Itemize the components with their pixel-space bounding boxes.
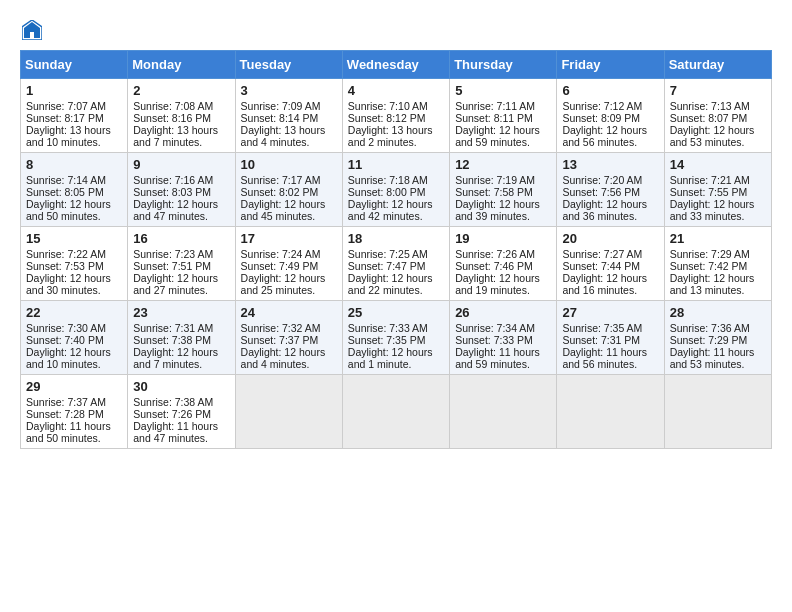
daylight-text: Daylight: 13 hours and 4 minutes. [241,124,326,148]
sunrise-text: Sunrise: 7:27 AM [562,248,642,260]
sunset-text: Sunset: 7:38 PM [133,334,211,346]
day-number: 8 [26,157,122,172]
weekday-header-tuesday: Tuesday [235,51,342,79]
sunrise-text: Sunrise: 7:32 AM [241,322,321,334]
weekday-header-monday: Monday [128,51,235,79]
day-number: 27 [562,305,658,320]
calendar-cell: 10Sunrise: 7:17 AMSunset: 8:02 PMDayligh… [235,153,342,227]
calendar-cell: 7Sunrise: 7:13 AMSunset: 8:07 PMDaylight… [664,79,771,153]
sunset-text: Sunset: 7:31 PM [562,334,640,346]
calendar-row-4: 22Sunrise: 7:30 AMSunset: 7:40 PMDayligh… [21,301,772,375]
sunset-text: Sunset: 7:35 PM [348,334,426,346]
weekday-header-friday: Friday [557,51,664,79]
calendar-cell [342,375,449,449]
sunset-text: Sunset: 7:49 PM [241,260,319,272]
weekday-header-sunday: Sunday [21,51,128,79]
calendar-cell: 1Sunrise: 7:07 AMSunset: 8:17 PMDaylight… [21,79,128,153]
calendar-cell: 29Sunrise: 7:37 AMSunset: 7:28 PMDayligh… [21,375,128,449]
sunrise-text: Sunrise: 7:24 AM [241,248,321,260]
sunset-text: Sunset: 8:03 PM [133,186,211,198]
calendar-cell: 5Sunrise: 7:11 AMSunset: 8:11 PMDaylight… [450,79,557,153]
day-number: 16 [133,231,229,246]
day-number: 10 [241,157,337,172]
sunrise-text: Sunrise: 7:23 AM [133,248,213,260]
calendar-cell: 2Sunrise: 7:08 AMSunset: 8:16 PMDaylight… [128,79,235,153]
sunrise-text: Sunrise: 7:19 AM [455,174,535,186]
daylight-text: Daylight: 12 hours and 30 minutes. [26,272,111,296]
daylight-text: Daylight: 12 hours and 22 minutes. [348,272,433,296]
daylight-text: Daylight: 12 hours and 45 minutes. [241,198,326,222]
day-number: 11 [348,157,444,172]
daylight-text: Daylight: 11 hours and 56 minutes. [562,346,647,370]
calendar-row-1: 1Sunrise: 7:07 AMSunset: 8:17 PMDaylight… [21,79,772,153]
sunset-text: Sunset: 7:26 PM [133,408,211,420]
calendar-row-5: 29Sunrise: 7:37 AMSunset: 7:28 PMDayligh… [21,375,772,449]
daylight-text: Daylight: 12 hours and 50 minutes. [26,198,111,222]
sunrise-text: Sunrise: 7:09 AM [241,100,321,112]
day-number: 20 [562,231,658,246]
sunset-text: Sunset: 7:58 PM [455,186,533,198]
day-number: 28 [670,305,766,320]
sunrise-text: Sunrise: 7:20 AM [562,174,642,186]
daylight-text: Daylight: 13 hours and 10 minutes. [26,124,111,148]
calendar-table: SundayMondayTuesdayWednesdayThursdayFrid… [20,50,772,449]
sunset-text: Sunset: 7:55 PM [670,186,748,198]
calendar-cell: 22Sunrise: 7:30 AMSunset: 7:40 PMDayligh… [21,301,128,375]
calendar-cell: 9Sunrise: 7:16 AMSunset: 8:03 PMDaylight… [128,153,235,227]
daylight-text: Daylight: 12 hours and 39 minutes. [455,198,540,222]
sunset-text: Sunset: 7:44 PM [562,260,640,272]
daylight-text: Daylight: 12 hours and 36 minutes. [562,198,647,222]
logo [20,20,42,40]
sunset-text: Sunset: 8:07 PM [670,112,748,124]
daylight-text: Daylight: 12 hours and 56 minutes. [562,124,647,148]
sunset-text: Sunset: 7:33 PM [455,334,533,346]
daylight-text: Daylight: 12 hours and 33 minutes. [670,198,755,222]
calendar-cell: 3Sunrise: 7:09 AMSunset: 8:14 PMDaylight… [235,79,342,153]
sunset-text: Sunset: 7:51 PM [133,260,211,272]
sunrise-text: Sunrise: 7:16 AM [133,174,213,186]
day-number: 7 [670,83,766,98]
calendar-cell: 23Sunrise: 7:31 AMSunset: 7:38 PMDayligh… [128,301,235,375]
sunset-text: Sunset: 7:29 PM [670,334,748,346]
sunset-text: Sunset: 7:46 PM [455,260,533,272]
calendar-cell: 11Sunrise: 7:18 AMSunset: 8:00 PMDayligh… [342,153,449,227]
day-number: 4 [348,83,444,98]
daylight-text: Daylight: 11 hours and 59 minutes. [455,346,540,370]
daylight-text: Daylight: 12 hours and 42 minutes. [348,198,433,222]
day-number: 24 [241,305,337,320]
daylight-text: Daylight: 12 hours and 59 minutes. [455,124,540,148]
calendar-cell: 12Sunrise: 7:19 AMSunset: 7:58 PMDayligh… [450,153,557,227]
daylight-text: Daylight: 12 hours and 7 minutes. [133,346,218,370]
sunrise-text: Sunrise: 7:31 AM [133,322,213,334]
sunrise-text: Sunrise: 7:17 AM [241,174,321,186]
day-number: 19 [455,231,551,246]
calendar-cell: 27Sunrise: 7:35 AMSunset: 7:31 PMDayligh… [557,301,664,375]
sunrise-text: Sunrise: 7:14 AM [26,174,106,186]
sunrise-text: Sunrise: 7:07 AM [26,100,106,112]
daylight-text: Daylight: 11 hours and 47 minutes. [133,420,218,444]
sunrise-text: Sunrise: 7:30 AM [26,322,106,334]
sunrise-text: Sunrise: 7:38 AM [133,396,213,408]
sunset-text: Sunset: 8:12 PM [348,112,426,124]
sunrise-text: Sunrise: 7:22 AM [26,248,106,260]
sunrise-text: Sunrise: 7:37 AM [26,396,106,408]
calendar-cell: 24Sunrise: 7:32 AMSunset: 7:37 PMDayligh… [235,301,342,375]
daylight-text: Daylight: 12 hours and 10 minutes. [26,346,111,370]
day-number: 6 [562,83,658,98]
calendar-cell [664,375,771,449]
weekday-header-thursday: Thursday [450,51,557,79]
day-number: 17 [241,231,337,246]
sunset-text: Sunset: 7:47 PM [348,260,426,272]
sunrise-text: Sunrise: 7:35 AM [562,322,642,334]
calendar-cell: 20Sunrise: 7:27 AMSunset: 7:44 PMDayligh… [557,227,664,301]
daylight-text: Daylight: 12 hours and 13 minutes. [670,272,755,296]
calendar-cell: 4Sunrise: 7:10 AMSunset: 8:12 PMDaylight… [342,79,449,153]
daylight-text: Daylight: 13 hours and 2 minutes. [348,124,433,148]
calendar-cell: 14Sunrise: 7:21 AMSunset: 7:55 PMDayligh… [664,153,771,227]
sunrise-text: Sunrise: 7:08 AM [133,100,213,112]
sunrise-text: Sunrise: 7:36 AM [670,322,750,334]
daylight-text: Daylight: 11 hours and 50 minutes. [26,420,111,444]
calendar-cell [557,375,664,449]
sunset-text: Sunset: 7:56 PM [562,186,640,198]
sunset-text: Sunset: 7:28 PM [26,408,104,420]
